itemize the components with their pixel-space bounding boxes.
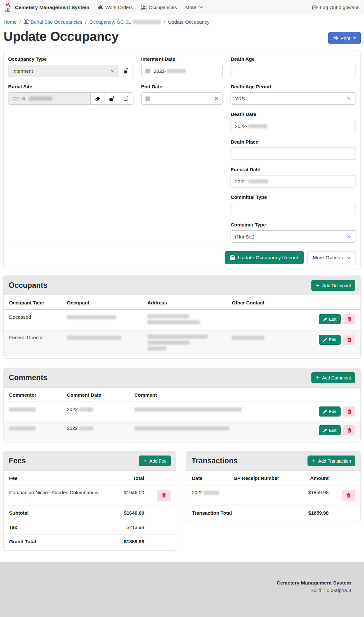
add-occupant-button[interactable]: Add Occupant [311,280,355,291]
column-header: GP Receipt Number [230,471,290,485]
breadcrumb-home[interactable]: Home [4,19,17,25]
redacted-text [232,336,264,340]
redacted-text [134,407,242,412]
transactions-section: Transactions Add Transaction Date GP Rec… [186,451,361,522]
occupant-cell [64,310,144,330]
death-age-input[interactable] [231,65,356,77]
add-fee-button[interactable]: Add Fee [139,456,171,466]
fee-total-cell: $1646.00 [112,485,147,506]
committal-type-input[interactable] [231,203,356,215]
receipt-number-cell [230,485,290,506]
nav-occupancies[interactable]: Occupancies [141,5,177,10]
tulips-logo-icon [5,3,12,12]
table-row: 2022- $1859.98 [186,485,360,506]
funeral-date-input[interactable]: 2022- [231,175,356,187]
person-badge-icon [24,19,29,24]
delete-occupant-button[interactable] [343,335,355,345]
occupant-cell [64,330,144,357]
column-header: Other Contact [229,295,300,310]
subtotal-value: $1646.00 [112,506,147,520]
plus-icon [316,283,320,288]
save-icon [230,255,235,260]
burial-site-label: Burial Site [8,84,133,89]
nav-more[interactable]: More [185,5,203,10]
print-button[interactable]: Print [328,32,361,44]
clear-date-icon[interactable] [214,96,219,101]
trash-icon [347,338,352,342]
edit-comment-button[interactable]: Edit [319,425,341,435]
death-date-input[interactable]: 2022- [231,120,356,132]
redacted-text [248,179,268,184]
edit-occupant-button[interactable]: Edit [319,335,341,345]
death-age-period-select[interactable]: YRS [231,92,356,105]
lock-button[interactable] [105,92,119,105]
occupant-type-cell: Deceased [4,310,64,330]
other-contact-cell [229,330,300,357]
edit-occupant-button[interactable]: Edit [319,314,341,324]
update-occupancy-record-button[interactable]: Update Occupancy Record [225,251,304,264]
add-comment-button[interactable]: Add Comment [311,372,355,383]
column-header: Occupant Type [4,295,64,310]
pencil-icon [323,317,327,321]
logout-label: Log Out d.gowans [320,5,359,10]
burial-site-field: Burial Site GC-0L- [8,84,133,105]
redacted-text [147,320,200,324]
logout-icon [312,5,318,10]
eraser-icon [95,96,100,101]
clear-burial-site-button[interactable] [90,92,105,105]
printer-icon [333,36,338,41]
more-options-button[interactable]: More Options [307,251,356,264]
delete-comment-button[interactable] [343,406,355,417]
logout-link[interactable]: Log Out d.gowans [312,5,359,10]
comment-cell [131,421,300,440]
pencil-icon [323,429,327,432]
redacted-text [80,426,93,431]
end-date-input[interactable] [141,92,223,105]
footer-build: Build 1.0.0-alpha.3 [13,587,351,593]
tax-label: Tax [4,520,112,534]
table-row: Funeral Director Edit [4,330,360,357]
delete-comment-button[interactable] [343,425,355,435]
comments-section: Comments Add Comment Commentor Comment D… [3,368,361,442]
edit-comment-button[interactable]: Edit [319,406,341,417]
nav-work-orders[interactable]: Work Orders [98,5,133,10]
pencil-icon [323,410,327,414]
column-header: Total [112,471,147,485]
death-date-label: Death Date [231,111,356,117]
address-cell [144,330,229,357]
redacted-text [67,315,116,319]
death-age-period-field: Death Age Period YRS [231,84,356,105]
column-header: Comment [131,388,300,402]
table-row: Deceased Edit [4,310,360,330]
end-date-label: End Date [141,84,223,89]
redacted-text [204,491,219,495]
container-type-label: Container Type [231,222,356,227]
column-header: Address [144,295,229,310]
trash-icon [162,493,166,498]
transaction-total-value: $1859.98 [290,506,332,520]
occupants-title: Occupants [9,281,47,290]
delete-occupant-button[interactable] [343,314,355,324]
transaction-total-label: Transaction Total [186,506,290,520]
external-link-icon [124,96,128,101]
calendar-icon [145,69,150,73]
burial-site-input: GC-0L- [8,92,91,105]
interment-date-input[interactable]: 2022- [141,65,223,77]
delete-fee-button[interactable] [157,490,171,501]
death-age-period-label: Death Age Period [231,84,356,89]
lock-button[interactable] [119,65,133,77]
chevron-down-icon [346,256,350,260]
occupancy-type-select[interactable]: Interment [8,65,119,77]
container-type-select[interactable]: (Not Set) [231,230,356,243]
calendar-icon [145,96,150,101]
death-place-input[interactable] [231,148,356,160]
tax-row: Tax $213.98 [4,520,176,534]
add-transaction-button[interactable]: Add Transaction [308,456,355,466]
delete-transaction-button[interactable] [342,490,355,501]
breadcrumb: Home / Burial Site Occupancies / Occupan… [4,19,359,25]
comment-cell [131,402,300,421]
open-burial-site-button[interactable] [119,92,133,105]
breadcrumb-burial-site-occupancies[interactable]: Burial Site Occupancies [24,19,82,25]
breadcrumb-occupancy[interactable]: Occupancy: GC-0L [90,19,161,25]
fees-section: Fees Add Fee Fee Total Companion Niche [3,451,176,551]
